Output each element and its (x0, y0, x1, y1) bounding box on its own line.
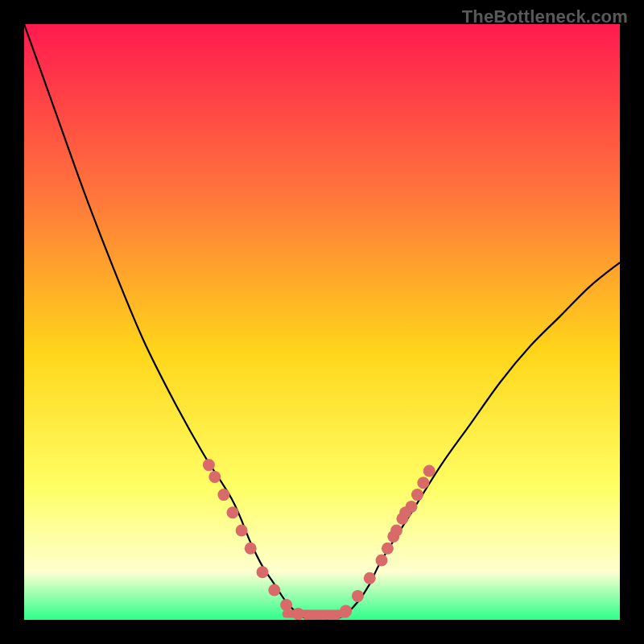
data-marker (292, 608, 304, 620)
data-marker (382, 543, 394, 555)
data-marker (376, 555, 388, 567)
gradient-background (24, 24, 620, 620)
data-marker (268, 584, 280, 597)
data-marker (203, 459, 215, 471)
data-marker (245, 543, 257, 555)
data-marker (417, 477, 429, 489)
data-marker (227, 506, 239, 518)
data-marker (280, 599, 292, 611)
data-marker (208, 471, 221, 483)
data-marker (411, 489, 423, 501)
data-marker (340, 605, 352, 617)
data-marker (364, 572, 376, 584)
plot-area (24, 24, 620, 620)
data-marker (217, 489, 229, 501)
watermark-label: TheBottleneck.com (462, 6, 628, 27)
data-marker (390, 525, 402, 537)
data-marker (399, 506, 411, 518)
data-marker (423, 465, 436, 477)
data-marker (236, 525, 248, 537)
data-marker (257, 566, 269, 578)
data-marker (352, 590, 364, 602)
chart-stage: TheBottleneck.com (0, 0, 644, 644)
chart-svg (24, 24, 620, 620)
